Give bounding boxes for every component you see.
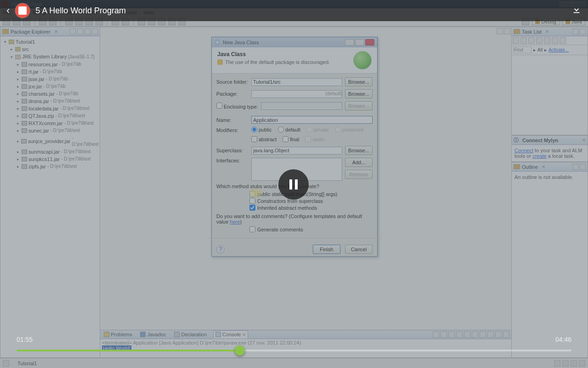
tree-jar[interactable]: ▸RXTXcomm.jar - D:\jre7\lib\ext	[3, 120, 100, 127]
dialog-titlebar[interactable]: New Java Class	[212, 37, 377, 47]
status-tool[interactable]	[3, 360, 9, 367]
tree-project[interactable]: Tutorial1	[16, 39, 35, 45]
comments-question: Do you want to add comments? (Configure …	[216, 213, 373, 224]
help-icon[interactable]: ?	[216, 245, 225, 253]
task-tool[interactable]	[520, 37, 527, 44]
minimize-view-icon[interactable]	[497, 28, 503, 34]
view-tool[interactable]	[572, 29, 578, 34]
package-explorer-title: Package Explorer	[11, 29, 51, 34]
tree-jar[interactable]: ▸jsse.jar - D:\jre7\lib	[3, 75, 100, 83]
tree-jar[interactable]: ▸localedata.jar - D:\jre7\lib\ext	[3, 105, 100, 112]
enclosing-type-check[interactable]: Enclosing type:	[216, 104, 258, 109]
finish-button[interactable]: Finish	[313, 245, 340, 254]
tree-jar[interactable]: ▸rt.jar - D:\jre7\lib	[3, 68, 100, 75]
mod-final[interactable]: final	[283, 136, 299, 142]
status-icon[interactable]	[571, 360, 577, 367]
stub-ctor[interactable]: Constructors from superclass	[249, 198, 373, 204]
close-view-icon[interactable]: ✕	[545, 29, 549, 34]
dialog-icon	[215, 40, 220, 45]
tree-jar[interactable]: ▸charsets.jar - D:\jre7\lib	[3, 90, 100, 98]
task-tool[interactable]	[560, 37, 566, 44]
video-current-time: 01:55	[17, 336, 33, 343]
configure-templates-link[interactable]: here	[230, 219, 240, 224]
project-tree[interactable]: ▾Tutorial1 ▸src ▾JRE System Library [Jav…	[0, 36, 100, 172]
video-duration: 04:46	[555, 336, 571, 343]
tree-jar[interactable]: ▸QTJava.zip - D:\jre7\lib\ext	[3, 112, 100, 120]
tree-jar[interactable]: ▸sunpkcs11.jar - D:\jre7\lib\ext	[3, 155, 100, 163]
task-tool[interactable]	[544, 37, 550, 44]
tree-jre[interactable]: JRE System Library [JavaSE-1.7]	[22, 53, 95, 60]
status-bar: Tutorial1	[0, 358, 588, 368]
tree-jar[interactable]: ▸dnsns.jar - D:\jre7\lib\ext	[3, 98, 100, 105]
video-scrubber-thumb[interactable]	[235, 345, 245, 356]
play-pause-button[interactable]	[278, 169, 309, 200]
add-interface-button[interactable]: Add...	[345, 158, 373, 167]
view-tool[interactable]	[77, 29, 83, 34]
browse-superclass-button[interactable]: Browse...	[345, 146, 373, 155]
task-find-input[interactable]	[513, 46, 531, 53]
mod-abstract[interactable]: abstract	[251, 136, 277, 142]
name-input[interactable]	[251, 116, 373, 124]
browse-source-button[interactable]: Browse...	[345, 77, 373, 86]
mod-static: static	[305, 136, 324, 142]
task-tool[interactable]	[552, 37, 558, 44]
video-scrubber[interactable]	[17, 350, 571, 351]
close-view-icon[interactable]: ✕	[582, 138, 586, 143]
udemy-logo[interactable]	[15, 3, 30, 18]
task-tool[interactable]	[536, 37, 543, 44]
maximize-view-icon[interactable]	[504, 28, 510, 34]
video-bottom-bar: 01:55 04:46	[0, 336, 588, 356]
mod-default[interactable]: default	[278, 126, 300, 132]
view-tool[interactable]	[85, 29, 90, 34]
mylyn-connect-link[interactable]: Connect	[514, 148, 533, 153]
view-tool[interactable]	[580, 164, 586, 170]
mylyn-create-link[interactable]: create	[532, 153, 547, 159]
lbl-package: Package:	[216, 91, 249, 97]
tree-src[interactable]: src	[22, 46, 29, 52]
dialog-minimize-icon[interactable]	[345, 39, 354, 46]
chk-generate-comments[interactable]: Generate comments	[249, 226, 373, 232]
tree-jar[interactable]: ▸jce.jar - D:\jre7\lib	[3, 83, 100, 90]
pause-icon	[289, 179, 298, 190]
tree-jar[interactable]: ▸zipfs.jar - D:\jre7\lib\ext	[3, 163, 100, 170]
dialog-close-icon[interactable]	[365, 39, 374, 46]
view-tool[interactable]	[70, 29, 76, 34]
dialog-heading: Java Class	[217, 51, 353, 58]
cancel-button[interactable]: Cancel	[345, 245, 373, 254]
view-tool[interactable]	[580, 29, 586, 34]
close-view-icon[interactable]: ✕	[542, 164, 545, 169]
task-activate-link[interactable]: Activate...	[548, 47, 569, 52]
outline-title: Outline	[522, 164, 538, 170]
stub-inherited[interactable]: Inherited abstract methods	[249, 205, 373, 211]
status-project: Tutorial1	[17, 361, 37, 366]
status-icon[interactable]	[562, 360, 569, 367]
task-tool[interactable]	[513, 37, 519, 44]
tree-jar[interactable]: ▸sunmscapi.jar - D:\jre7\lib\ext	[3, 148, 100, 155]
mod-public[interactable]: public	[251, 126, 272, 132]
stub-main[interactable]: public static void main(String[] args)	[249, 191, 373, 197]
new-java-class-dialog: New Java Class Java Class The use of the…	[211, 37, 378, 257]
view-tool[interactable]	[572, 164, 578, 170]
status-icon[interactable]	[554, 360, 560, 367]
tree-jar[interactable]: ▸sunjce_provider.jar - D:\jre7\lib\ext	[3, 134, 100, 148]
lbl-source-folder: Source folder:	[216, 79, 249, 85]
tree-jar[interactable]: ▸sunec.jar - D:\jre7\lib\ext	[3, 127, 100, 134]
download-icon[interactable]	[571, 5, 582, 17]
status-icon[interactable]	[579, 360, 585, 367]
video-top-bar: ‹ 5 A Hello World Program	[0, 0, 588, 21]
dialog-maximize-icon[interactable]	[355, 39, 364, 46]
close-view-icon[interactable]: ✕	[54, 29, 58, 34]
mylyn-body: Connect to your task and ALM tools or cr…	[512, 145, 588, 161]
task-filter-all[interactable]: All	[537, 47, 543, 52]
info-icon: ⓘ	[514, 137, 519, 144]
superclass-input[interactable]	[251, 147, 342, 155]
outline-icon	[514, 164, 520, 169]
back-icon[interactable]: ‹	[6, 5, 10, 17]
browse-package-button[interactable]: Browse...	[345, 89, 373, 98]
tree-jar[interactable]: ▸resources.jar - D:\jre7\lib	[3, 61, 100, 68]
lbl-interfaces: Interfaces:	[216, 158, 249, 163]
source-folder-input[interactable]	[251, 78, 342, 86]
task-tool[interactable]	[528, 37, 535, 44]
tasklist-title: Task List	[522, 29, 542, 34]
view-tool[interactable]	[92, 29, 98, 34]
